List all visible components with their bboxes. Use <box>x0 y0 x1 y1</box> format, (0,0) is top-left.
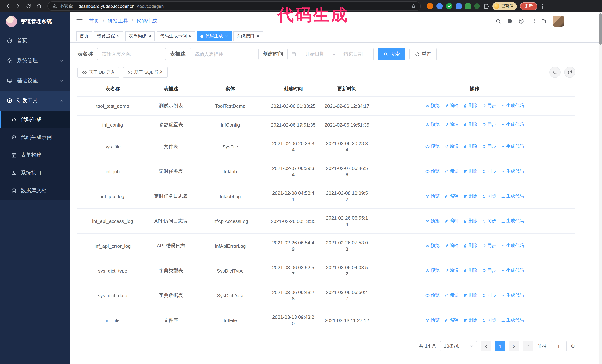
sidebar-item-infrastructure[interactable]: 基础设施 <box>0 71 70 91</box>
edit-link[interactable]: 编辑 <box>444 103 458 109</box>
close-icon[interactable] <box>189 34 192 38</box>
page-size-select[interactable]: 10条/页 <box>440 341 477 351</box>
page-scrollbar[interactable] <box>599 12 602 364</box>
sidebar-subitem-system-api[interactable]: 系统接口 <box>0 164 70 182</box>
reload-button[interactable] <box>24 1 33 11</box>
sync-link[interactable]: 同步 <box>482 193 496 199</box>
edit-link[interactable]: 编辑 <box>444 168 458 175</box>
breadcrumb-item-home[interactable]: 首页 <box>89 18 99 24</box>
close-icon[interactable] <box>117 34 120 38</box>
preview-link[interactable]: 预览 <box>425 168 440 175</box>
preview-link[interactable]: 预览 <box>425 243 440 249</box>
avatar[interactable] <box>553 15 564 26</box>
sync-link[interactable]: 同步 <box>482 268 496 274</box>
generate-code-link[interactable]: 生成代码 <box>501 317 524 323</box>
preview-link[interactable]: 预览 <box>425 268 440 274</box>
edit-link[interactable]: 编辑 <box>444 122 458 128</box>
generate-code-link[interactable]: 生成代码 <box>501 218 524 224</box>
close-icon[interactable] <box>148 34 151 38</box>
close-icon[interactable] <box>225 34 228 38</box>
header-search-icon[interactable] <box>495 18 501 24</box>
sync-link[interactable]: 同步 <box>482 122 496 128</box>
edit-link[interactable]: 编辑 <box>444 243 458 249</box>
prev-page-button[interactable] <box>481 341 491 351</box>
tab-system-api[interactable]: 系统接口 <box>233 31 263 41</box>
tab-codegen[interactable]: 代码生成 <box>197 31 232 41</box>
sidebar-subitem-codegen-example[interactable]: 代码生成示例 <box>0 128 70 146</box>
edit-link[interactable]: 编辑 <box>444 317 458 323</box>
toggle-search-button[interactable] <box>549 67 560 78</box>
sidebar-subitem-codegen[interactable]: 代码生成 <box>0 111 70 128</box>
extension-icon-blue-square[interactable] <box>456 3 462 9</box>
goto-page-input[interactable] <box>550 341 567 351</box>
extension-icon-blue[interactable] <box>436 3 443 9</box>
tab-form-builder[interactable]: 表单构建 <box>125 31 155 41</box>
delete-link[interactable]: 删除 <box>463 268 477 274</box>
bookmark-star-icon[interactable] <box>411 3 416 9</box>
next-page-button[interactable] <box>523 341 533 351</box>
delete-link[interactable]: 删除 <box>463 103 477 109</box>
preview-link[interactable]: 预览 <box>425 103 440 109</box>
extension-icon-dark-green[interactable] <box>474 3 480 9</box>
sidebar-subitem-form-builder[interactable]: 表单构建 <box>0 146 70 164</box>
sidebar-item-home[interactable]: 首页 <box>0 31 70 51</box>
edit-link[interactable]: 编辑 <box>444 193 458 199</box>
delete-link[interactable]: 删除 <box>463 144 477 150</box>
page-button-2[interactable]: 2 <box>509 341 519 351</box>
delete-link[interactable]: 删除 <box>463 243 477 249</box>
delete-link[interactable]: 删除 <box>463 168 477 175</box>
generate-code-link[interactable]: 生成代码 <box>501 144 524 150</box>
generate-code-link[interactable]: 生成代码 <box>501 292 524 299</box>
fullscreen-icon[interactable] <box>530 18 536 24</box>
delete-link[interactable]: 删除 <box>463 292 477 299</box>
home-button[interactable] <box>34 1 44 11</box>
edit-link[interactable]: 编辑 <box>444 268 458 274</box>
update-button[interactable]: 更新 <box>520 2 537 10</box>
sidebar-item-system-manage[interactable]: 系统管理 <box>0 51 70 71</box>
delete-link[interactable]: 删除 <box>463 193 477 199</box>
generate-code-link[interactable]: 生成代码 <box>501 103 524 109</box>
preview-link[interactable]: 预览 <box>425 317 440 323</box>
table-desc-input[interactable] <box>190 48 258 60</box>
edit-link[interactable]: 编辑 <box>444 292 458 299</box>
edit-link[interactable]: 编辑 <box>444 144 458 150</box>
sync-link[interactable]: 同步 <box>482 292 496 299</box>
preview-link[interactable]: 预览 <box>425 193 440 199</box>
extension-icon-green-square[interactable] <box>465 3 471 9</box>
hamburger-icon[interactable] <box>76 19 83 23</box>
sync-link[interactable]: 同步 <box>482 218 496 224</box>
generate-code-link[interactable]: 生成代码 <box>501 243 524 249</box>
page-button-1[interactable]: 1 <box>495 341 505 351</box>
forward-button[interactable] <box>13 1 23 11</box>
puzzle-icon[interactable] <box>483 3 489 9</box>
help-icon[interactable] <box>518 18 524 24</box>
sync-link[interactable]: 同步 <box>482 317 496 323</box>
extension-icon-orange[interactable] <box>427 3 433 9</box>
preview-link[interactable]: 预览 <box>425 218 440 224</box>
delete-link[interactable]: 删除 <box>463 317 477 323</box>
refresh-table-button[interactable] <box>564 67 575 78</box>
search-button[interactable]: 搜索 <box>378 48 405 60</box>
font-size-icon[interactable] <box>541 18 547 24</box>
table-name-input[interactable] <box>97 48 166 60</box>
extension-icon-green-check[interactable] <box>446 3 452 9</box>
sync-link[interactable]: 同步 <box>482 103 496 109</box>
import-db-button[interactable]: 基于 DB 导入 <box>77 67 119 78</box>
tab-tracing[interactable]: 链路追踪 <box>94 31 123 41</box>
sync-link[interactable]: 同步 <box>482 144 496 150</box>
create-time-range-picker[interactable]: 开始日期 - 结束日期 <box>288 48 374 60</box>
generate-code-link[interactable]: 生成代码 <box>501 168 524 175</box>
sync-link[interactable]: 同步 <box>482 168 496 175</box>
generate-code-link[interactable]: 生成代码 <box>501 193 524 199</box>
reset-button[interactable]: 重置 <box>409 48 437 60</box>
scrollbar-thumb[interactable] <box>599 13 602 45</box>
tab-home[interactable]: 首页 <box>76 31 92 41</box>
close-icon[interactable] <box>256 34 260 38</box>
preview-link[interactable]: 预览 <box>425 122 440 128</box>
preview-link[interactable]: 预览 <box>425 144 440 150</box>
generate-code-link[interactable]: 生成代码 <box>501 268 524 274</box>
avatar-caret-icon[interactable] <box>570 19 573 23</box>
sidebar-item-devtools[interactable]: 研发工具 <box>0 91 70 111</box>
github-icon[interactable] <box>507 18 513 24</box>
address-bar[interactable]: 不安全 dashboard.yudao.iocoder.cn/tool/code… <box>47 1 421 11</box>
